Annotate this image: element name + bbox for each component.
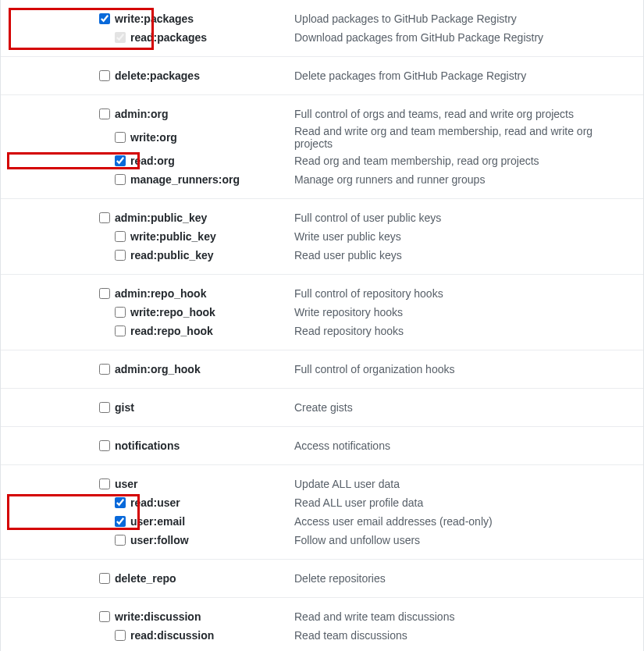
scope-label[interactable]: read:user <box>130 496 180 509</box>
scope-checkbox-read-org[interactable] <box>115 155 126 166</box>
scope-checkbox-write-repo-hook[interactable] <box>115 307 126 318</box>
scope-parent-row-admin-public-key: admin:public_keyFull control of user pub… <box>13 208 631 227</box>
scope-checkbox-write-discussion[interactable] <box>99 611 110 622</box>
scope-description: Full control of repository hooks <box>294 287 631 300</box>
scope-cell: write:repo_hook <box>13 306 294 318</box>
scope-child-row-read-repo-hook: read:repo_hookRead repository hooks <box>13 322 631 340</box>
scope-checkbox-read-user[interactable] <box>115 497 126 508</box>
scope-label[interactable]: read:discussion <box>130 629 214 642</box>
scope-checkbox-write-packages[interactable] <box>99 13 110 24</box>
scope-child-row-read-discussion: read:discussionRead team discussions <box>13 626 631 645</box>
scope-child-row-write-repo-hook: write:repo_hookWrite repository hooks <box>13 303 631 322</box>
scope-label[interactable]: read:packages <box>130 31 207 44</box>
scope-cell: manage_runners:org <box>13 173 294 186</box>
scope-cell: admin:org_hook <box>13 363 294 375</box>
scope-description: Read and write team discussions <box>294 610 631 623</box>
scope-checkbox-admin-public-key[interactable] <box>99 212 110 223</box>
scope-section-write-packages: write:packagesUpload packages to GitHub … <box>1 0 643 56</box>
scope-cell: read:public_key <box>13 249 294 261</box>
scope-cell: write:public_key <box>13 230 294 243</box>
scope-checkbox-read-packages <box>115 32 126 43</box>
scope-cell: admin:repo_hook <box>13 287 294 300</box>
scope-description: Download packages from GitHub Package Re… <box>294 31 631 44</box>
scope-parent-row-notifications: notificationsAccess notifications <box>13 436 631 455</box>
scope-description: Full control of user public keys <box>294 212 631 224</box>
scope-section-gist: gistCreate gists <box>1 388 643 426</box>
scope-description: Manage org runners and runner groups <box>294 173 631 186</box>
scope-label[interactable]: delete_repo <box>115 572 176 585</box>
scope-description: Upload packages to GitHub Package Regist… <box>294 12 631 25</box>
scope-checkbox-gist[interactable] <box>99 402 110 413</box>
scope-checkbox-read-repo-hook[interactable] <box>115 326 126 336</box>
scope-cell: gist <box>13 401 294 414</box>
scope-cell: write:discussion <box>13 610 294 623</box>
scope-label[interactable]: manage_runners:org <box>130 173 240 186</box>
scope-label[interactable]: write:repo_hook <box>130 306 215 318</box>
scope-label[interactable]: write:packages <box>115 12 194 25</box>
scope-checkbox-delete-packages[interactable] <box>99 70 110 81</box>
scope-description: Read repository hooks <box>294 325 631 337</box>
scope-checkbox-notifications[interactable] <box>99 440 110 451</box>
scope-cell: read:user <box>13 496 294 509</box>
scope-description: Access notifications <box>294 439 631 452</box>
scope-checkbox-manage-runners-org[interactable] <box>115 174 126 185</box>
scope-checkbox-write-org[interactable] <box>115 132 126 143</box>
scope-description: Create gists <box>294 401 631 414</box>
scope-label[interactable]: user:follow <box>130 534 189 546</box>
scope-section-admin-repo-hook: admin:repo_hookFull control of repositor… <box>1 274 643 350</box>
scope-label[interactable]: write:discussion <box>115 610 201 623</box>
scope-label[interactable]: user:email <box>130 515 185 528</box>
scope-cell: notifications <box>13 439 294 452</box>
scope-section-admin-public-key: admin:public_keyFull control of user pub… <box>1 198 643 274</box>
scope-parent-row-gist: gistCreate gists <box>13 398 631 417</box>
scope-section-write-discussion: write:discussionRead and write team disc… <box>1 597 643 651</box>
scope-parent-row-admin-org: admin:orgFull control of orgs and teams,… <box>13 105 631 123</box>
scope-checkbox-write-public-key[interactable] <box>115 231 126 242</box>
scope-checkbox-admin-repo-hook[interactable] <box>99 288 110 299</box>
scope-cell: user:email <box>13 515 294 528</box>
scope-child-row-write-org: write:orgRead and write org and team mem… <box>13 123 631 151</box>
scope-label[interactable]: read:org <box>130 155 175 167</box>
scope-checkbox-user[interactable] <box>99 478 110 489</box>
scope-checkbox-user-email[interactable] <box>115 516 126 527</box>
scope-checkbox-admin-org-hook[interactable] <box>99 364 110 375</box>
scope-description: Full control of orgs and teams, read and… <box>294 108 631 120</box>
scope-label[interactable]: read:public_key <box>130 249 214 261</box>
scope-description: Read team discussions <box>294 629 631 642</box>
scope-label[interactable]: admin:repo_hook <box>115 287 206 300</box>
scope-label[interactable]: admin:public_key <box>115 212 207 224</box>
scope-label[interactable]: write:public_key <box>130 230 216 243</box>
scope-label[interactable]: read:repo_hook <box>130 325 213 337</box>
scope-child-row-read-public-key: read:public_keyRead user public keys <box>13 246 631 265</box>
scope-label[interactable]: gist <box>115 401 134 414</box>
scope-parent-row-delete-packages: delete:packagesDelete packages from GitH… <box>13 66 631 85</box>
scope-child-row-read-user: read:userRead ALL user profile data <box>13 493 631 512</box>
scope-child-row-user-email: user:emailAccess user email addresses (r… <box>13 512 631 531</box>
scope-checkbox-admin-org[interactable] <box>99 108 110 119</box>
scope-label[interactable]: admin:org_hook <box>115 363 201 375</box>
scope-description: Read and write org and team membership, … <box>294 125 631 150</box>
scope-list: write:packagesUpload packages to GitHub … <box>0 0 644 651</box>
scope-checkbox-read-public-key[interactable] <box>115 250 126 261</box>
scope-cell: admin:org <box>13 108 294 120</box>
scope-label[interactable]: user <box>115 478 138 490</box>
scope-cell: read:discussion <box>13 629 294 642</box>
scope-description: Read ALL user profile data <box>294 496 631 509</box>
scope-label[interactable]: notifications <box>115 439 180 452</box>
scope-description: Delete packages from GitHub Package Regi… <box>294 69 631 82</box>
scope-description: Read user public keys <box>294 249 631 261</box>
scope-child-row-manage-runners-org: manage_runners:orgManage org runners and… <box>13 170 631 189</box>
scope-checkbox-delete-repo[interactable] <box>99 573 110 584</box>
scope-label[interactable]: admin:org <box>115 108 168 120</box>
scope-description: Full control of organization hooks <box>294 363 631 375</box>
scope-cell: write:packages <box>13 12 294 25</box>
scope-cell: user:follow <box>13 534 294 546</box>
scope-checkbox-read-discussion[interactable] <box>115 630 126 641</box>
scope-label[interactable]: write:org <box>130 131 177 144</box>
scope-checkbox-user-follow[interactable] <box>115 535 126 546</box>
scope-child-row-write-public-key: write:public_keyWrite user public keys <box>13 227 631 246</box>
scope-section-notifications: notificationsAccess notifications <box>1 426 643 464</box>
scope-child-row-read-packages: read:packagesDownload packages from GitH… <box>13 28 631 47</box>
scope-description: Write user public keys <box>294 230 631 243</box>
scope-label[interactable]: delete:packages <box>115 69 200 82</box>
